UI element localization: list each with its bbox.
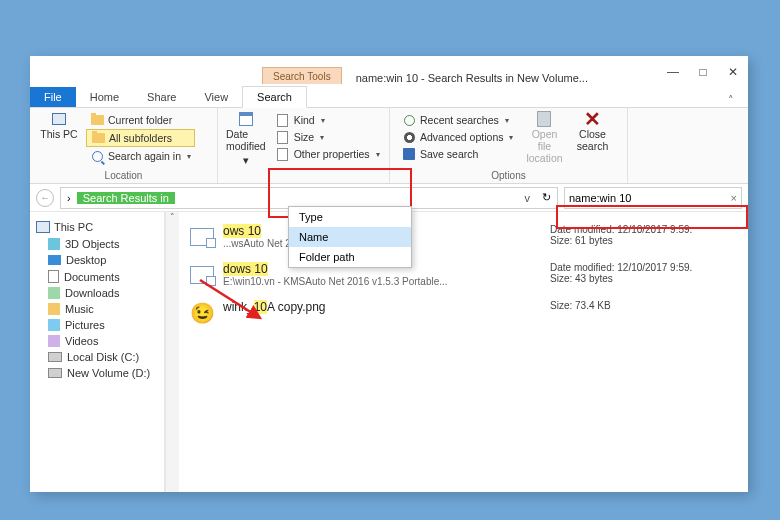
breadcrumb-segment[interactable]: Search Results in (77, 192, 175, 204)
navigation-pane: This PC 3D Objects Desktop Documents Dow… (30, 212, 165, 492)
ribbon-tabs: File Home Share View Search ˄ (30, 84, 748, 108)
result-date: Date modified: 12/10/2017 9:59. (550, 262, 738, 273)
nav-music[interactable]: Music (32, 301, 162, 317)
size-button[interactable]: Size▾ (272, 129, 384, 145)
minimize-button[interactable]: — (658, 60, 688, 84)
chevron-down-icon: ▾ (320, 133, 324, 142)
drive-icon (48, 368, 62, 378)
dropdown-item-type[interactable]: Type (289, 207, 411, 227)
gear-icon (402, 130, 416, 144)
nav-desktop[interactable]: Desktop (32, 252, 162, 268)
nav-scrollbar[interactable]: ˄ (165, 212, 179, 492)
monitor-icon (52, 112, 66, 126)
clear-search-button[interactable]: × (731, 192, 737, 204)
result-path: E:\win10.vn - KMSAuto Net 2016 v1.5.3 Po… (223, 276, 542, 287)
file-tab[interactable]: File (30, 87, 76, 107)
refresh-button[interactable]: ↻ (536, 191, 557, 204)
chevron-down-icon: ▾ (187, 152, 191, 161)
page-icon (276, 113, 290, 127)
maximize-button[interactable]: □ (688, 60, 718, 84)
date-modified-button[interactable]: Date modified ▾ (226, 112, 266, 169)
document-icon (48, 270, 59, 283)
scroll-up-icon: ˄ (170, 212, 175, 222)
save-search-button[interactable]: Save search (398, 146, 517, 162)
page-icon (276, 130, 290, 144)
nav-3d-objects[interactable]: 3D Objects (32, 236, 162, 252)
result-date: Date modified: 12/10/2017 9:59. (550, 224, 738, 235)
close-window-button[interactable]: ✕ (718, 60, 748, 84)
result-row[interactable]: dows 10 E:\win10.vn - KMSAuto Net 2016 v… (187, 256, 740, 294)
ribbon-collapse-button[interactable]: ˄ (714, 94, 748, 107)
folder-icon (91, 131, 105, 145)
tab-search[interactable]: Search (242, 86, 307, 108)
dropdown-item-folder-path[interactable]: Folder path (289, 247, 411, 267)
result-size: Size: 43 bytes (550, 273, 738, 284)
results-pane: ows 10 ...wsAuto Net 2016 v1.5.3 Portabl… (179, 212, 748, 492)
shortcut-icon (189, 262, 215, 288)
group-label-location: Location (38, 169, 209, 181)
explorer-window: Search Tools name:win 10 - Search Result… (30, 56, 748, 492)
pc-icon (36, 220, 50, 234)
chevron-down-icon: ▾ (321, 116, 325, 125)
result-size: Size: 61 bytes (550, 235, 738, 246)
tab-view[interactable]: View (190, 87, 242, 107)
ribbon: This PC Current folder All subfolders Se… (30, 108, 748, 184)
clock-icon (402, 113, 416, 127)
this-pc-label: This PC (40, 128, 77, 140)
advanced-options-button[interactable]: Advanced options▾ (398, 129, 517, 145)
nav-this-pc[interactable]: This PC (32, 218, 162, 236)
recent-searches-button[interactable]: Recent searches▾ (398, 112, 517, 128)
save-icon (402, 147, 416, 161)
close-search-button[interactable]: ✕ Close search (571, 112, 613, 169)
download-icon (48, 287, 60, 299)
chevron-down-icon: ▾ (243, 154, 249, 166)
contextual-tab-label: Search Tools (262, 67, 342, 84)
page-icon (276, 147, 290, 161)
kind-button[interactable]: Kind▾ (272, 112, 384, 128)
chevron-down-icon: ▾ (376, 150, 380, 159)
nav-new-volume-d[interactable]: New Volume (D:) (32, 365, 162, 381)
other-properties-button[interactable]: Other properties▾ (272, 146, 384, 162)
calendar-icon (239, 112, 253, 126)
current-folder-button[interactable]: Current folder (86, 112, 195, 128)
breadcrumb-chevron[interactable]: › (61, 192, 77, 204)
nav-videos[interactable]: Videos (32, 333, 162, 349)
desktop-icon (48, 255, 61, 265)
search-icon (90, 149, 104, 163)
image-icon: 😉 (189, 300, 215, 326)
shortcut-icon (189, 224, 215, 250)
nav-pictures[interactable]: Pictures (32, 317, 162, 333)
folder-icon (90, 113, 104, 127)
open-file-location-button: Open file location (523, 112, 565, 169)
close-icon: ✕ (584, 112, 601, 126)
music-icon (48, 303, 60, 315)
dropdown-item-name[interactable]: Name (289, 227, 411, 247)
search-input[interactable]: name:win 10 × (564, 187, 742, 209)
nav-documents[interactable]: Documents (32, 268, 162, 285)
search-again-button[interactable]: Search again in▾ (86, 148, 195, 164)
nav-downloads[interactable]: Downloads (32, 285, 162, 301)
window-title: name:win 10 - Search Results in New Volu… (342, 72, 658, 84)
nav-local-disk-c[interactable]: Local Disk (C:) (32, 349, 162, 365)
pictures-icon (48, 319, 60, 331)
all-subfolders-button[interactable]: All subfolders (86, 129, 195, 147)
result-size: Size: 73.4 KB (550, 300, 738, 311)
chevron-down-icon: ▾ (509, 133, 513, 142)
drive-icon (48, 352, 62, 362)
group-label-options: Options (398, 169, 619, 181)
result-row[interactable]: ows 10 ...wsAuto Net 2016 v1.5.3 Portabl… (187, 218, 740, 256)
chevron-down-icon: ▾ (505, 116, 509, 125)
address-dropdown[interactable]: v (519, 192, 537, 204)
nav-back-button[interactable]: ← (36, 189, 54, 207)
tab-home[interactable]: Home (76, 87, 133, 107)
search-query: name:win 10 (569, 192, 631, 204)
this-pc-button[interactable]: This PC (38, 112, 80, 169)
videos-icon (48, 335, 60, 347)
tab-share[interactable]: Share (133, 87, 190, 107)
open-location-icon (537, 112, 551, 126)
cube-icon (48, 238, 60, 250)
other-properties-dropdown: Type Name Folder path (288, 206, 412, 268)
result-row[interactable]: 😉 wink_10A copy.png Size: 73.4 KB (187, 294, 740, 332)
titlebar: Search Tools name:win 10 - Search Result… (30, 56, 748, 84)
result-name: wink_10A copy.png (223, 300, 542, 314)
